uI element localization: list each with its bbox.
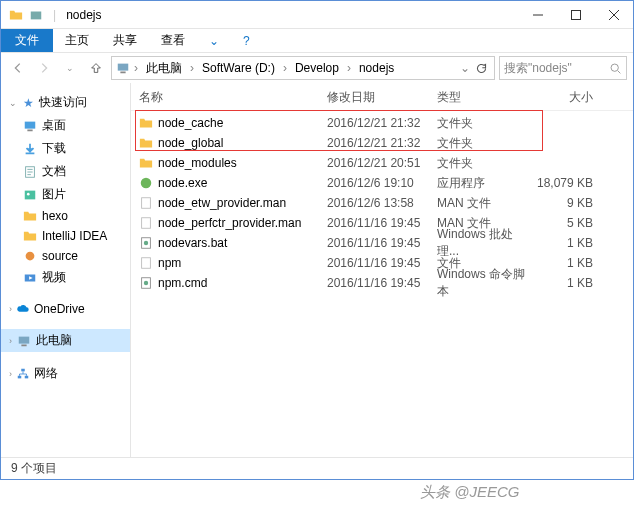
file-date: 2016/12/21 20:51 (327, 156, 437, 170)
window-title: nodejs (66, 8, 101, 22)
file-date: 2016/11/16 19:45 (327, 256, 437, 270)
col-type[interactable]: 类型 (437, 89, 533, 106)
sidebar-item-下载[interactable]: 下载 (1, 137, 130, 160)
window-icon (9, 8, 23, 22)
sidebar-item-hexo[interactable]: hexo (1, 206, 130, 226)
file-size: 1 KB (533, 256, 603, 270)
menu-home[interactable]: 主页 (53, 29, 101, 52)
svg-rect-4 (25, 121, 36, 128)
svg-point-20 (144, 241, 148, 245)
sidebar-item-source[interactable]: source (1, 246, 130, 266)
desktop-icon (23, 119, 37, 133)
svg-rect-17 (142, 198, 151, 209)
search-icon (609, 62, 622, 75)
file-row[interactable]: node_modules2016/12/21 20:51文件夹 (135, 153, 629, 173)
chevron-right-icon[interactable]: › (281, 61, 289, 75)
file-row[interactable]: node_global2016/12/21 21:32文件夹 (135, 133, 629, 153)
chevron-right-icon: › (9, 336, 12, 346)
crumb-3[interactable]: nodejs (355, 60, 398, 76)
col-date[interactable]: 修改日期 (327, 89, 437, 106)
ribbon-tabs: 文件 主页 共享 查看 ⌄ ? (1, 29, 633, 53)
sidebar-item-IntelliJ IDEA[interactable]: IntelliJ IDEA (1, 226, 130, 246)
chevron-right-icon[interactable]: › (132, 61, 140, 75)
file-type: 应用程序 (437, 175, 533, 192)
qat-parent-icon[interactable] (29, 8, 43, 22)
svg-rect-12 (21, 344, 26, 346)
folder-icon (139, 156, 153, 170)
crumb-1[interactable]: SoftWare (D:) (198, 60, 279, 76)
file-name: npm.cmd (158, 276, 207, 290)
svg-rect-2 (120, 72, 125, 74)
close-button[interactable] (595, 1, 633, 29)
forward-button[interactable] (33, 56, 55, 80)
sidebar-network[interactable]: › 网络 (1, 362, 130, 385)
item-count: 9 个项目 (11, 460, 57, 477)
help-icon[interactable]: ? (231, 29, 262, 52)
svg-point-8 (27, 192, 30, 195)
file-row[interactable]: nodevars.bat2016/11/16 19:45Windows 批处理.… (135, 233, 629, 253)
status-bar: 9 个项目 (1, 457, 633, 479)
file-name: node_modules (158, 156, 237, 170)
menu-view[interactable]: 查看 (149, 29, 197, 52)
file-row[interactable]: node_etw_provider.man2016/12/6 13:58MAN … (135, 193, 629, 213)
file-row[interactable]: node_perfctr_provider.man2016/11/16 19:4… (135, 213, 629, 233)
file-row[interactable]: npm2016/11/16 19:45文件1 KB (135, 253, 629, 273)
menu-file[interactable]: 文件 (1, 29, 53, 52)
crumb-0[interactable]: 此电脑 (142, 59, 186, 78)
menu-share[interactable]: 共享 (101, 29, 149, 52)
sidebar-quick-access[interactable]: ⌄ ★ 快速访问 (1, 91, 130, 114)
sidebar: ⌄ ★ 快速访问 桌面下载文档图片hexoIntelliJ IDEAsource… (1, 83, 131, 457)
file-date: 2016/12/21 21:32 (327, 136, 437, 150)
ribbon-expand-icon[interactable]: ⌄ (197, 29, 231, 52)
pc-icon (116, 61, 130, 75)
navbar: ⌄ › 此电脑 › SoftWare (D:) › Develop › node… (1, 53, 633, 83)
explorer-window: | nodejs 文件 主页 共享 查看 ⌄ ? ⌄ › 此电脑 › SoftW… (0, 0, 634, 480)
file-name: node_etw_provider.man (158, 196, 286, 210)
sidebar-this-pc[interactable]: › 此电脑 (1, 329, 130, 352)
folder-icon (139, 116, 153, 130)
file-row[interactable]: node.exe2016/12/6 19:10应用程序18,079 KB (135, 173, 629, 193)
file-date: 2016/12/6 19:10 (327, 176, 437, 190)
minimize-button[interactable] (519, 1, 557, 29)
search-input[interactable]: 搜索"nodejs" (499, 56, 627, 80)
file-name: node_cache (158, 116, 223, 130)
file-date: 2016/11/16 19:45 (327, 276, 437, 290)
sidebar-onedrive[interactable]: › OneDrive (1, 299, 130, 319)
file-type: 文件夹 (437, 115, 533, 132)
up-button[interactable] (85, 56, 107, 80)
sidebar-item-文档[interactable]: 文档 (1, 160, 130, 183)
svg-point-3 (611, 64, 618, 71)
file-row[interactable]: node_cache2016/12/21 21:32文件夹 (135, 113, 629, 133)
history-button[interactable]: ⌄ (59, 56, 81, 80)
file-size: 1 KB (533, 276, 603, 290)
file-type: Windows 命令脚本 (437, 266, 533, 300)
refresh-icon[interactable] (475, 62, 488, 75)
chevron-right-icon: › (9, 369, 12, 379)
file-icon (139, 196, 153, 210)
file-type: MAN 文件 (437, 195, 533, 212)
sidebar-item-视频[interactable]: 视频 (1, 266, 130, 289)
chevron-right-icon[interactable]: › (188, 61, 196, 75)
col-size[interactable]: 大小 (533, 89, 603, 106)
address-bar[interactable]: › 此电脑 › SoftWare (D:) › Develop › nodejs… (111, 56, 495, 80)
titlebar: | nodejs (1, 1, 633, 29)
crumb-2[interactable]: Develop (291, 60, 343, 76)
chevron-right-icon[interactable]: › (345, 61, 353, 75)
maximize-button[interactable] (557, 1, 595, 29)
back-button[interactable] (7, 56, 29, 80)
svg-rect-15 (25, 375, 29, 378)
svg-rect-21 (142, 258, 151, 269)
col-name[interactable]: 名称 (139, 89, 327, 106)
file-row[interactable]: npm.cmd2016/11/16 19:45Windows 命令脚本1 KB (135, 273, 629, 293)
file-size: 9 KB (533, 196, 603, 210)
star-icon: ★ (21, 96, 35, 110)
column-headers[interactable]: 名称 修改日期 类型 大小 (131, 83, 633, 111)
svg-point-23 (144, 281, 148, 285)
picture-icon (23, 188, 37, 202)
sidebar-item-图片[interactable]: 图片 (1, 183, 130, 206)
svg-rect-14 (18, 375, 22, 378)
sidebar-item-桌面[interactable]: 桌面 (1, 114, 130, 137)
chevron-down-icon[interactable]: ⌄ (458, 61, 472, 75)
file-date: 2016/12/6 13:58 (327, 196, 437, 210)
video-icon (23, 271, 37, 285)
